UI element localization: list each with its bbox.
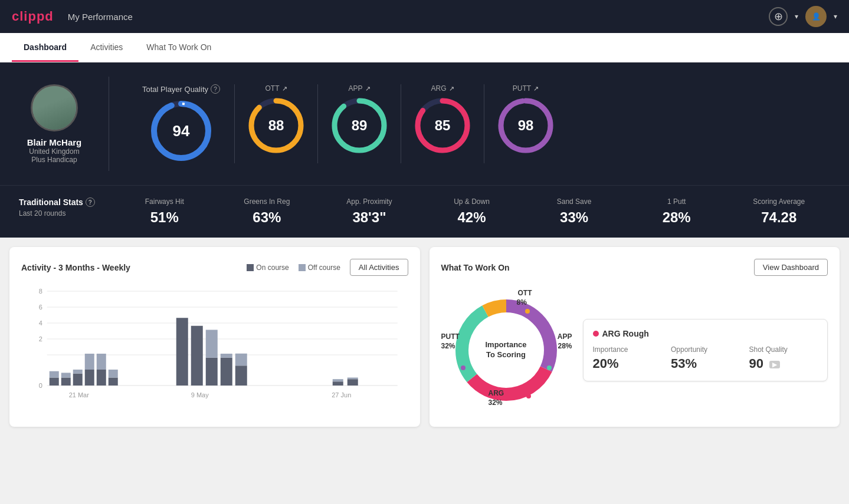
- activity-header: Activity - 3 Months - Weekly On course O…: [21, 259, 408, 276]
- nav-right: ⊕ ▾ 👤 ▾: [769, 6, 837, 27]
- svg-rect-42: [333, 381, 343, 386]
- tab-dashboard[interactable]: Dashboard: [12, 33, 78, 62]
- add-button[interactable]: ⊕: [769, 7, 788, 26]
- putt-value: 98: [518, 117, 534, 134]
- avatar-chevron[interactable]: ▾: [834, 12, 837, 21]
- svg-point-54: [547, 365, 552, 370]
- svg-text:2: 2: [39, 335, 42, 342]
- stat-up-and-down: Up & Down 42%: [421, 197, 523, 226]
- player-name: Blair McHarg: [27, 137, 82, 147]
- putt-label: PUTT ↗: [513, 84, 539, 93]
- player-avatar: [31, 84, 78, 131]
- svg-rect-45: [348, 378, 358, 380]
- off-course-dot: [299, 264, 306, 271]
- wtwo-title: What To Work On: [441, 263, 510, 272]
- on-course-dot: [247, 264, 254, 271]
- stat-greens-in-reg: Greens In Reg 63%: [216, 197, 319, 226]
- tab-what-to-work-on[interactable]: What To Work On: [135, 33, 223, 62]
- logo: clippd: [12, 9, 54, 24]
- info-metric-importance: Importance 20%: [593, 345, 662, 371]
- wtwo-card: What To Work On View Dashboard: [430, 247, 840, 427]
- svg-point-56: [461, 365, 466, 370]
- tpq-section: Total Player Quality ? 94: [128, 84, 234, 163]
- score-arg: ARG ↗ 85: [401, 84, 484, 163]
- svg-rect-44: [348, 379, 358, 386]
- stats-title: Traditional Stats ?: [19, 197, 113, 207]
- player-info: Blair McHarg United Kingdom Plus Handica…: [19, 84, 90, 164]
- svg-rect-38: [221, 358, 232, 386]
- chart-area: 8 6 4 2 0: [21, 285, 408, 415]
- tabs: Dashboard Activities What To Work On: [0, 33, 849, 62]
- svg-text:8: 8: [39, 288, 42, 295]
- arg-value-donut: 32%: [489, 398, 503, 407]
- donut-area: OTT 8% APP 28% ARG 32% PUTT 32% Importan…: [441, 285, 571, 415]
- svg-rect-40: [235, 365, 247, 386]
- stats-help[interactable]: ?: [86, 197, 95, 207]
- wtwo-content: OTT 8% APP 28% ARG 32% PUTT 32% Importan…: [441, 285, 828, 415]
- chart-svg: 8 6 4 2 0: [21, 285, 408, 415]
- tpq-help[interactable]: ?: [211, 84, 220, 94]
- info-dot: [593, 331, 599, 337]
- putt-label-donut: PUTT: [441, 332, 460, 341]
- app-value-donut: 28%: [558, 342, 572, 350]
- top-nav: clippd My Performance ⊕ ▾ 👤 ▾: [0, 0, 849, 33]
- add-chevron[interactable]: ▾: [795, 12, 798, 21]
- activity-controls: On course Off course All Activities: [247, 259, 408, 276]
- stats-subtitle: Last 20 rounds: [19, 209, 113, 218]
- arg-value: 85: [435, 117, 451, 134]
- svg-point-53: [525, 309, 530, 314]
- info-metric-shot-quality: Shot Quality 90 ▶: [749, 345, 818, 371]
- arg-trend: ↗: [449, 85, 454, 93]
- svg-rect-33: [109, 370, 118, 378]
- ott-label-donut: OTT: [518, 289, 532, 297]
- stat-scoring-average: Scoring Average 74.28: [727, 197, 830, 226]
- svg-rect-34: [176, 318, 188, 386]
- ott-ring: 88: [247, 96, 306, 155]
- shot-quality-badge: ▶: [769, 361, 780, 368]
- app-label-donut: APP: [558, 332, 572, 341]
- svg-rect-36: [206, 358, 218, 386]
- svg-text:9 May: 9 May: [191, 391, 209, 398]
- stat-fairways-hit: Fairways Hit 51%: [113, 197, 216, 226]
- svg-rect-25: [61, 373, 71, 377]
- info-card: ARG Rough Importance 20% Opportunity 53%…: [583, 319, 828, 381]
- stat-sand-save: Sand Save 33%: [523, 197, 625, 226]
- nav-title: My Performance: [68, 12, 133, 22]
- view-dashboard-button[interactable]: View Dashboard: [754, 259, 828, 276]
- bottom-section: Activity - 3 Months - Weekly On course O…: [0, 238, 849, 436]
- svg-rect-30: [97, 370, 106, 386]
- info-card-title: ARG Rough: [593, 329, 818, 338]
- legend: On course Off course: [247, 263, 340, 272]
- svg-rect-22: [50, 378, 59, 386]
- arg-label: ARG ↗: [431, 84, 454, 93]
- app-trend: ↗: [365, 85, 371, 93]
- putt-ring: 98: [496, 96, 555, 155]
- all-activities-button[interactable]: All Activities: [350, 259, 408, 276]
- svg-rect-24: [61, 378, 71, 386]
- svg-rect-26: [73, 374, 83, 386]
- avatar-image: [32, 84, 76, 131]
- svg-rect-32: [109, 378, 118, 386]
- stat-app-proximity: App. Proximity 38'3": [318, 197, 421, 226]
- svg-text:0: 0: [39, 382, 42, 389]
- svg-rect-31: [97, 354, 106, 370]
- tab-activities[interactable]: Activities: [78, 33, 135, 62]
- svg-rect-41: [235, 354, 247, 366]
- putt-value-donut: 32%: [441, 342, 455, 350]
- svg-rect-35: [191, 326, 203, 386]
- player-handicap: Plus Handicap: [31, 156, 77, 164]
- ott-trend: ↗: [282, 85, 287, 93]
- svg-rect-28: [85, 370, 94, 386]
- legend-off-course: Off course: [299, 263, 340, 272]
- stats-label-group: Traditional Stats ? Last 20 rounds: [19, 197, 113, 218]
- app-label: APP ↗: [348, 84, 370, 93]
- svg-text:27 Jun: 27 Jun: [332, 391, 351, 398]
- activity-title: Activity - 3 Months - Weekly: [21, 263, 130, 272]
- svg-rect-27: [73, 370, 83, 374]
- avatar[interactable]: 👤: [805, 6, 827, 27]
- svg-text:4: 4: [39, 319, 42, 327]
- app-ring: 89: [330, 96, 389, 155]
- hero-section: Blair McHarg United Kingdom Plus Handica…: [0, 62, 849, 185]
- svg-rect-23: [50, 371, 59, 378]
- info-metrics: Importance 20% Opportunity 53% Shot Qual…: [593, 345, 818, 371]
